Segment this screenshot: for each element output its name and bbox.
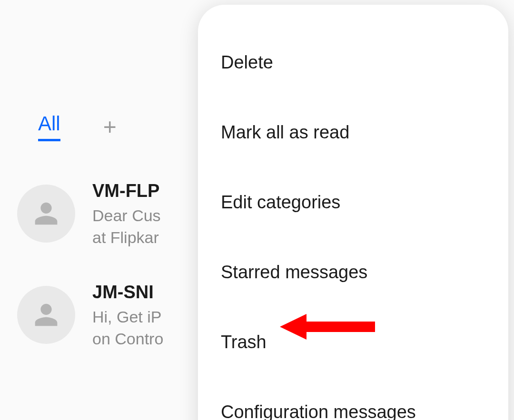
conversation-row[interactable]: VM-FLP Dear Cus at Flipkar: [17, 181, 222, 249]
person-icon: [33, 200, 59, 227]
menu-starred-messages[interactable]: Starred messages: [221, 246, 485, 299]
avatar: [17, 185, 75, 243]
conversation-list: VM-FLP Dear Cus at Flipkar JM-SNI Hi, Ge…: [17, 181, 222, 383]
menu-configuration-messages[interactable]: Configuration messages: [221, 386, 485, 420]
avatar: [17, 286, 75, 344]
menu-trash[interactable]: Trash: [221, 316, 485, 369]
tab-all[interactable]: All: [38, 112, 60, 141]
menu-edit-categories[interactable]: Edit categories: [221, 176, 485, 229]
tabs-bar: All +: [38, 112, 117, 141]
menu-mark-all-read[interactable]: Mark all as read: [221, 106, 485, 159]
conversation-row[interactable]: JM-SNI Hi, Get iP on Contro: [17, 282, 222, 350]
context-menu: Delete Mark all as read Edit categories …: [198, 5, 508, 420]
person-icon: [33, 302, 59, 328]
menu-delete[interactable]: Delete: [221, 36, 485, 89]
add-tab-icon[interactable]: +: [103, 116, 117, 138]
